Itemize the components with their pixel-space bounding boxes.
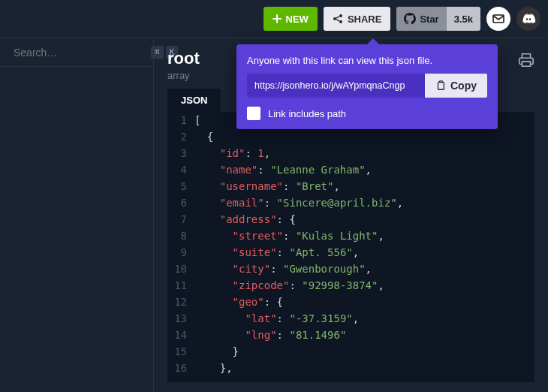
svg-rect-5 (438, 83, 444, 90)
line-number: 16 (167, 360, 194, 376)
code-line: 11 "zipcode": "92998-3874", (167, 277, 534, 294)
line-number: 1 (167, 112, 194, 128)
svg-rect-3 (493, 15, 504, 23)
line-number: 10 (167, 261, 194, 277)
svg-point-0 (333, 17, 336, 20)
code-content: "lng": "81.1496" (194, 327, 346, 343)
line-number: 3 (167, 145, 194, 161)
code-editor[interactable]: 1[2 {3 "id": 1,4 "name": "Leanne Graham"… (167, 112, 534, 382)
code-line: 6 "email": "Sincere@april.biz", (167, 194, 534, 211)
tab-json[interactable]: JSON (167, 89, 221, 112)
share-description: Anyone with this link can view this json… (247, 55, 487, 66)
share-icon (333, 14, 343, 24)
code-content: "geo": { (194, 294, 283, 310)
github-button[interactable]: Star 3.5k (396, 7, 480, 31)
code-line: 12 "geo": { (167, 294, 534, 310)
discord-button[interactable] (516, 7, 540, 31)
sidebar: ⌘ K (0, 38, 154, 392)
line-number: 12 (167, 294, 194, 310)
discord-icon (521, 11, 536, 26)
code-content: "email": "Sincere@april.biz", (194, 194, 403, 211)
code-content: "suite": "Apt. 556", (194, 244, 359, 261)
topbar: NEW SHARE Star 3.5k (0, 0, 548, 38)
share-button-label: SHARE (348, 14, 382, 25)
share-url-input[interactable] (247, 74, 425, 98)
search-input[interactable] (14, 47, 145, 59)
new-button-label: NEW (286, 14, 309, 25)
code-line: 9 "suite": "Apt. 556", (167, 244, 534, 261)
code-content: } (194, 343, 239, 360)
page-title: root (167, 49, 200, 68)
code-content: "street": "Kulas Light", (194, 228, 384, 244)
code-content: "id": 1, (194, 145, 270, 161)
line-number: 4 (167, 161, 194, 178)
code-content: "username": "Bret", (194, 178, 340, 194)
line-number: 9 (167, 244, 194, 261)
include-path-label: Link includes path (268, 108, 346, 119)
github-icon (404, 13, 416, 25)
code-content: }, (194, 360, 233, 376)
line-number: 11 (167, 277, 194, 294)
code-line: 5 "username": "Bret", (167, 178, 534, 194)
include-path-checkbox[interactable] (247, 107, 260, 120)
line-number: 5 (167, 178, 194, 194)
line-number: 15 (167, 343, 194, 360)
code-content: [ (194, 112, 200, 128)
mail-icon (492, 12, 505, 26)
code-line: 10 "city": "Gwenborough", (167, 261, 534, 277)
line-number: 8 (167, 228, 194, 244)
search-bar[interactable]: ⌘ K (0, 38, 153, 67)
code-line: 16 }, (167, 360, 534, 376)
printer-icon (518, 52, 534, 68)
mail-button[interactable] (486, 7, 510, 31)
code-content: "address": { (194, 211, 296, 228)
code-content: "city": "Gwenborough", (194, 261, 372, 277)
copy-button[interactable]: Copy (425, 74, 487, 98)
svg-point-2 (339, 20, 342, 23)
new-button[interactable]: NEW (263, 7, 318, 31)
line-number: 6 (167, 194, 194, 211)
code-content: "name": "Leanne Graham", (194, 161, 372, 178)
clipboard-icon (435, 80, 446, 91)
code-content: "zipcode": "92998-3874", (194, 277, 384, 294)
page-subtitle: array (167, 70, 200, 81)
plus-icon (272, 14, 282, 23)
code-line: 13 "lat": "-37.3159", (167, 310, 534, 327)
code-line: 7 "address": { (167, 211, 534, 228)
main-panel: root array JSON 1[2 {3 "id": 1,4 "name":… (154, 38, 548, 392)
copy-button-label: Copy (450, 80, 477, 92)
print-button[interactable] (518, 52, 534, 68)
code-line: 2 { (167, 128, 534, 145)
code-line: 14 "lng": "81.1496" (167, 327, 534, 343)
line-number: 2 (167, 128, 194, 145)
share-button[interactable]: SHARE (324, 7, 391, 31)
share-popover: Anyone with this link can view this json… (236, 44, 498, 129)
github-star-label: Star (420, 14, 438, 25)
code-content: { (194, 128, 213, 145)
code-line: 15 } (167, 343, 534, 360)
line-number: 14 (167, 327, 194, 343)
code-line: 3 "id": 1, (167, 145, 534, 161)
svg-point-1 (339, 14, 342, 17)
code-line: 8 "street": "Kulas Light", (167, 228, 534, 244)
code-content: "lat": "-37.3159", (194, 310, 359, 327)
line-number: 13 (167, 310, 194, 327)
code-line: 4 "name": "Leanne Graham", (167, 161, 534, 178)
github-count: 3.5k (447, 7, 480, 31)
line-number: 7 (167, 211, 194, 228)
